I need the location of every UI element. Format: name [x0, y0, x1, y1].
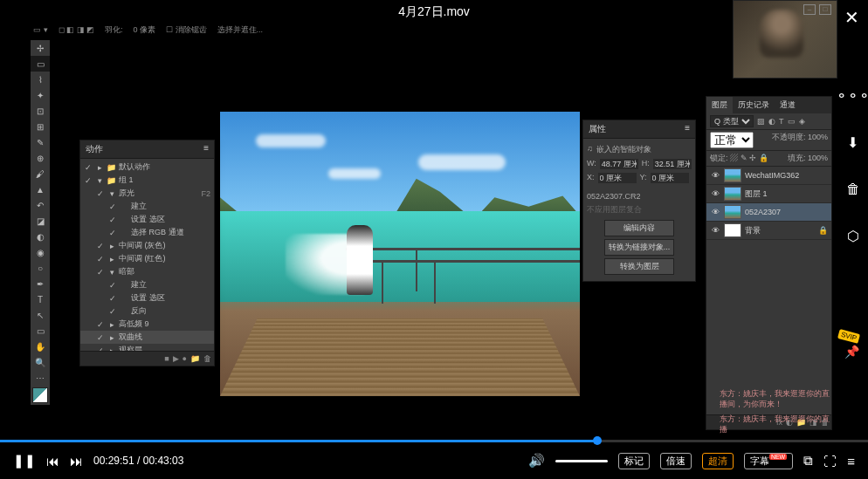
- width-input[interactable]: [600, 159, 638, 169]
- pin-icon[interactable]: 📌: [844, 345, 859, 359]
- action-item[interactable]: ✓反向: [80, 305, 214, 318]
- type-tool-icon[interactable]: T: [31, 291, 50, 307]
- visibility-icon[interactable]: 👁: [710, 208, 720, 216]
- layer-row[interactable]: 👁WechatIMG362: [706, 167, 831, 185]
- fill-value[interactable]: 100%: [808, 154, 828, 162]
- heal-tool-icon[interactable]: ⊕: [31, 150, 50, 166]
- hand-tool-icon[interactable]: ✋: [31, 339, 50, 354]
- action-item[interactable]: ✓▾暗部: [80, 265, 214, 278]
- photoshop-canvas[interactable]: [220, 112, 580, 396]
- x-input[interactable]: [598, 173, 637, 183]
- wand-tool-icon[interactable]: ✦: [31, 87, 50, 103]
- action-item[interactable]: ✓▸中间调 (灰色): [80, 239, 214, 252]
- brush-tool-icon[interactable]: 🖌: [31, 166, 50, 181]
- close-button[interactable]: ✕: [844, 7, 859, 28]
- action-item[interactable]: ✓设置 选区: [80, 213, 214, 226]
- actions-footer-icon[interactable]: ▶: [173, 354, 179, 363]
- download-icon[interactable]: ⬇: [847, 134, 858, 151]
- action-item[interactable]: ✓▾📁 组 1: [80, 174, 214, 187]
- subtitle-button[interactable]: 字幕NEW: [744, 453, 793, 469]
- prev-button[interactable]: ⏮: [46, 454, 59, 469]
- marquee-tool-icon[interactable]: ▭: [31, 56, 50, 72]
- playlist-icon[interactable]: ≡: [847, 454, 855, 469]
- feather-value[interactable]: 0 像素: [131, 24, 159, 36]
- filter-smart-icon[interactable]: ◈: [799, 117, 805, 126]
- action-item[interactable]: ✓建立: [80, 200, 214, 213]
- crop-tool-icon[interactable]: ⊡: [31, 103, 50, 119]
- speed-button[interactable]: 倍速: [660, 453, 692, 469]
- dodge-tool-icon[interactable]: ○: [31, 260, 50, 276]
- action-item[interactable]: ✓▸高低频 9: [80, 318, 214, 331]
- delete-icon[interactable]: 🗑: [846, 181, 860, 197]
- play-pause-button[interactable]: ❚❚: [13, 453, 36, 469]
- height-input[interactable]: [653, 159, 692, 169]
- filter-text-icon[interactable]: T: [779, 117, 784, 126]
- actions-footer-icon[interactable]: 📁: [190, 354, 200, 363]
- actions-footer-icon[interactable]: 🗑: [203, 354, 211, 363]
- panel-menu-icon[interactable]: ≡: [685, 123, 690, 135]
- volume-icon[interactable]: 🔊: [528, 453, 545, 469]
- zoom-tool-icon[interactable]: 🔍: [31, 354, 50, 370]
- convert-layer-button[interactable]: 转换为图层: [604, 258, 674, 275]
- eraser-tool-icon[interactable]: ◪: [31, 213, 50, 229]
- time-display: 00:29:51 / 00:43:03: [93, 455, 183, 467]
- edit-contents-button[interactable]: 编辑内容: [604, 220, 674, 236]
- history-brush-icon[interactable]: ↶: [31, 197, 50, 213]
- action-item[interactable]: ✓▾原光 F2: [80, 187, 214, 200]
- select-mask-button[interactable]: 选择并遮住...: [215, 24, 266, 36]
- lasso-tool-icon[interactable]: ⌇: [31, 72, 50, 87]
- lock-icons[interactable]: ▨ ✎ ✢ 🔒: [730, 154, 768, 162]
- webcam-minimize-button[interactable]: –: [803, 4, 816, 15]
- webcam-maximize-button[interactable]: □: [819, 4, 831, 15]
- shape-tool-icon[interactable]: ▭: [31, 323, 50, 339]
- layers-tab[interactable]: 历史记录: [733, 97, 775, 113]
- more-tools-icon[interactable]: ⋯: [31, 370, 50, 386]
- blend-mode-select[interactable]: 正常: [710, 132, 754, 148]
- layer-filter-select[interactable]: Q 类型: [710, 115, 754, 127]
- blur-tool-icon[interactable]: ◉: [31, 244, 50, 260]
- visibility-icon[interactable]: 👁: [710, 189, 720, 198]
- frame-tool-icon[interactable]: ⊞: [31, 119, 50, 134]
- action-item[interactable]: ✓▸观察层: [80, 344, 214, 351]
- layer-row[interactable]: 👁052A2307: [706, 203, 831, 222]
- stamp-tool-icon[interactable]: ▲: [31, 181, 50, 197]
- panel-menu-icon[interactable]: ≡: [203, 143, 209, 155]
- layer-row[interactable]: 👁图层 1: [706, 185, 831, 203]
- eyedropper-tool-icon[interactable]: ✎: [31, 134, 50, 150]
- visibility-icon[interactable]: 👁: [710, 171, 720, 180]
- gradient-tool-icon[interactable]: ◐: [31, 229, 50, 244]
- action-item[interactable]: ✓建立: [80, 278, 214, 291]
- color-swatch[interactable]: [32, 387, 48, 403]
- layers-tab[interactable]: 通道: [775, 97, 801, 113]
- actions-footer-icon[interactable]: ●: [183, 354, 187, 363]
- convert-linked-button[interactable]: 转换为链接对象...: [604, 239, 674, 256]
- tool-preset-icon[interactable]: ▭ ▾: [31, 25, 51, 34]
- quality-button[interactable]: 超清: [702, 453, 734, 469]
- action-item[interactable]: ✓▸中间调 (红色): [80, 252, 214, 265]
- fullscreen-icon[interactable]: ⛶: [823, 454, 837, 469]
- layer-row[interactable]: 👁背景🔒: [706, 222, 831, 240]
- volume-slider[interactable]: [555, 460, 608, 462]
- layers-tab[interactable]: 图层: [706, 97, 733, 113]
- next-button[interactable]: ⏭: [70, 454, 83, 469]
- path-tool-icon[interactable]: ↖: [31, 307, 50, 323]
- visibility-icon[interactable]: 👁: [710, 226, 720, 235]
- action-item[interactable]: ✓▸📁 默认动作: [80, 161, 214, 174]
- action-item[interactable]: ✓▸双曲线: [80, 331, 214, 344]
- actions-footer-icon[interactable]: ■: [164, 354, 169, 363]
- share-icon[interactable]: ⚬⚬⚬: [836, 87, 868, 104]
- selection-mode-icons[interactable]: ◻ ◧ ◨ ◩: [56, 25, 98, 34]
- filter-shape-icon[interactable]: ▭: [788, 117, 796, 126]
- pip-icon[interactable]: ⧉: [803, 453, 813, 469]
- pen-tool-icon[interactable]: ✒: [31, 276, 50, 291]
- filter-adjust-icon[interactable]: ◐: [768, 117, 775, 126]
- move-tool-icon[interactable]: ✢: [31, 40, 50, 56]
- y-input[interactable]: [651, 173, 689, 183]
- antialias-checkbox[interactable]: ☐ 消除锯齿: [163, 24, 210, 36]
- action-item[interactable]: ✓设置 选区: [80, 291, 214, 305]
- settings-icon[interactable]: ⬡: [847, 228, 859, 244]
- opacity-value[interactable]: 100%: [808, 133, 828, 141]
- action-item[interactable]: ✓选择 RGB 通道: [80, 226, 214, 239]
- mark-button[interactable]: 标记: [618, 453, 650, 469]
- filter-image-icon[interactable]: ▨: [757, 117, 765, 126]
